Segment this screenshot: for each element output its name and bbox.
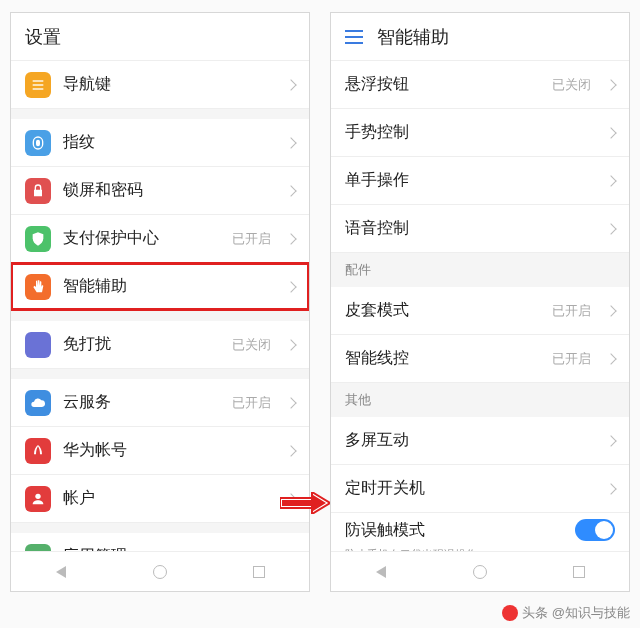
chevron-right-icon <box>605 223 616 234</box>
item-label: 免打扰 <box>63 334 220 355</box>
settings-item-hand[interactable]: 智能辅助 <box>11 263 309 311</box>
chevron-right-icon <box>285 339 296 350</box>
toutiao-logo-icon <box>502 605 518 621</box>
chevron-right-icon <box>605 305 616 316</box>
cloud-icon <box>25 390 51 416</box>
assist-item[interactable]: 手势控制 <box>331 109 629 157</box>
item-status: 已开启 <box>552 302 591 320</box>
chevron-right-icon <box>285 493 296 504</box>
assist-item[interactable]: 定时开关机 <box>331 465 629 513</box>
item-label: 手势控制 <box>345 122 595 143</box>
settings-item-lock[interactable]: 锁屏和密码 <box>11 167 309 215</box>
settings-item-moon[interactable]: 免打扰已关闭 <box>11 321 309 369</box>
page-title: 设置 <box>25 25 61 49</box>
title-bar: 设置 <box>11 13 309 61</box>
item-label: 指纹 <box>63 132 275 153</box>
chevron-right-icon <box>605 353 616 364</box>
settings-list[interactable]: 导航键指纹锁屏和密码支付保护中心已开启智能辅助免打扰已关闭云服务已开启华为帐号帐… <box>11 61 309 551</box>
assist-item[interactable]: 皮套模式已开启 <box>331 287 629 335</box>
item-label: 应用管理 <box>63 546 275 551</box>
title-bar: 智能辅助 <box>331 13 629 61</box>
chevron-right-icon <box>285 185 296 196</box>
svg-rect-0 <box>33 80 44 81</box>
settings-screen: 设置 导航键指纹锁屏和密码支付保护中心已开启智能辅助免打扰已关闭云服务已开启华为… <box>10 12 310 592</box>
assist-item[interactable]: 防误触模式防止手机在口袋出现误操作 <box>331 513 629 551</box>
lock-icon <box>25 178 51 204</box>
item-label: 定时开关机 <box>345 478 595 499</box>
assist-item[interactable]: 悬浮按钮已关闭 <box>331 61 629 109</box>
item-label: 帐户 <box>63 488 275 509</box>
settings-item-fingerprint[interactable]: 指纹 <box>11 119 309 167</box>
section-header: 其他 <box>331 383 629 417</box>
svg-marker-11 <box>312 492 330 514</box>
item-label: 多屏互动 <box>345 430 595 451</box>
chevron-right-icon <box>605 127 616 138</box>
item-subtitle: 防止手机在口袋出现误操作 <box>345 547 615 551</box>
svg-rect-5 <box>39 551 44 552</box>
svg-point-3 <box>35 493 40 498</box>
item-label: 悬浮按钮 <box>345 74 540 95</box>
android-navbar <box>331 551 629 591</box>
item-label: 云服务 <box>63 392 220 413</box>
item-label: 智能线控 <box>345 348 540 369</box>
account-icon <box>25 486 51 512</box>
apps-icon <box>25 544 51 552</box>
item-label: 单手操作 <box>345 170 595 191</box>
settings-item-cloud[interactable]: 云服务已开启 <box>11 379 309 427</box>
svg-rect-2 <box>33 88 44 89</box>
chevron-right-icon <box>605 483 616 494</box>
item-status: 已开启 <box>552 350 591 368</box>
item-label: 华为帐号 <box>63 440 275 461</box>
hand-icon <box>25 274 51 300</box>
settings-item-shield[interactable]: 支付保护中心已开启 <box>11 215 309 263</box>
shield-icon <box>25 226 51 252</box>
android-navbar <box>11 551 309 591</box>
item-label: 语音控制 <box>345 218 595 239</box>
item-label: 支付保护中心 <box>63 228 220 249</box>
svg-marker-12 <box>313 495 326 511</box>
chevron-right-icon <box>285 79 296 90</box>
chevron-right-icon <box>605 79 616 90</box>
item-label: 防误触模式 <box>345 520 563 541</box>
chevron-right-icon <box>605 435 616 446</box>
assist-item[interactable]: 单手操作 <box>331 157 629 205</box>
assist-item[interactable]: 多屏互动 <box>331 417 629 465</box>
section-header: 配件 <box>331 253 629 287</box>
back-button[interactable] <box>331 552 430 591</box>
fingerprint-icon <box>25 130 51 156</box>
menu-icon[interactable] <box>345 30 363 44</box>
assist-list[interactable]: 悬浮按钮已关闭手势控制单手操作语音控制配件皮套模式已开启智能线控已开启其他多屏互… <box>331 61 629 551</box>
back-button[interactable] <box>11 552 110 591</box>
svg-rect-4 <box>32 551 37 552</box>
item-label: 皮套模式 <box>345 300 540 321</box>
chevron-right-icon <box>285 233 296 244</box>
chevron-right-icon <box>285 397 296 408</box>
recent-button[interactable] <box>530 552 629 591</box>
nav-icon-icon <box>25 72 51 98</box>
moon-icon <box>25 332 51 358</box>
item-status: 已开启 <box>232 394 271 412</box>
item-label: 导航键 <box>63 74 275 95</box>
assist-item[interactable]: 语音控制 <box>331 205 629 253</box>
svg-rect-1 <box>33 84 44 85</box>
settings-item-account[interactable]: 帐户 <box>11 475 309 523</box>
recent-button[interactable] <box>210 552 309 591</box>
watermark: 头条 @知识与技能 <box>502 604 630 622</box>
item-status: 已关闭 <box>552 76 591 94</box>
chevron-right-icon <box>285 281 296 292</box>
huawei-icon <box>25 438 51 464</box>
settings-item-apps[interactable]: 应用管理 <box>11 533 309 551</box>
item-label: 锁屏和密码 <box>63 180 275 201</box>
smart-assistance-screen: 智能辅助 悬浮按钮已关闭手势控制单手操作语音控制配件皮套模式已开启智能线控已开启… <box>330 12 630 592</box>
home-button[interactable] <box>110 552 209 591</box>
chevron-right-icon <box>285 445 296 456</box>
item-status: 已开启 <box>232 230 271 248</box>
assist-item[interactable]: 智能线控已开启 <box>331 335 629 383</box>
chevron-right-icon <box>285 137 296 148</box>
settings-item-huawei[interactable]: 华为帐号 <box>11 427 309 475</box>
settings-item-nav-icon[interactable]: 导航键 <box>11 61 309 109</box>
item-status: 已关闭 <box>232 336 271 354</box>
chevron-right-icon <box>605 175 616 186</box>
home-button[interactable] <box>430 552 529 591</box>
toggle-switch[interactable] <box>575 519 615 541</box>
